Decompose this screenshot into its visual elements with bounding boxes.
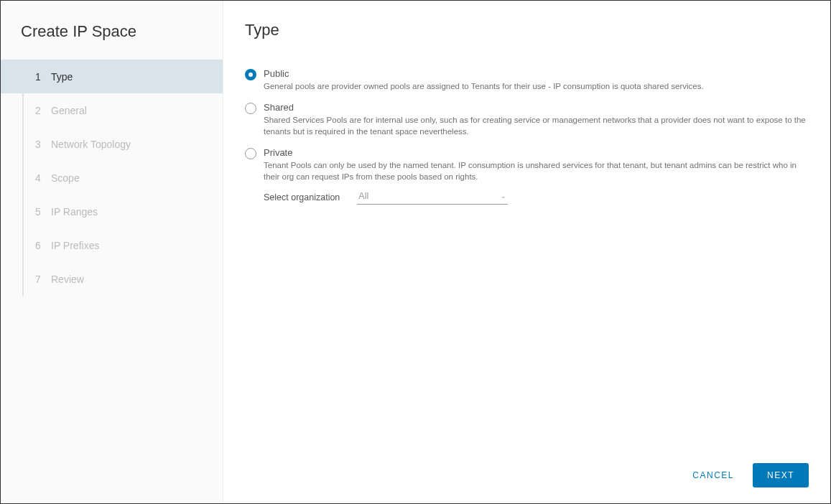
radio-public[interactable] bbox=[245, 69, 256, 80]
next-button[interactable]: NEXT bbox=[753, 463, 809, 487]
step-label: Type bbox=[51, 71, 73, 83]
org-select-label: Select organization bbox=[264, 192, 340, 202]
wizard-modal: Create IP Space 1 Type 2 General 3 Netwo… bbox=[0, 0, 831, 504]
radio-private-label: Private bbox=[264, 147, 292, 158]
step-scope[interactable]: 4 Scope bbox=[1, 161, 223, 195]
step-review[interactable]: 7 Review bbox=[1, 262, 223, 296]
step-label: Scope bbox=[51, 172, 80, 184]
wizard-footer: CANCEL NEXT bbox=[688, 463, 809, 487]
step-label: Network Topology bbox=[51, 139, 131, 150]
step-ip-ranges[interactable]: 5 IP Ranges bbox=[1, 195, 223, 228]
radio-shared-label: Shared bbox=[264, 102, 294, 113]
step-label: General bbox=[51, 105, 87, 116]
step-num: 1 bbox=[35, 71, 51, 83]
step-type[interactable]: 1 Type bbox=[1, 60, 223, 93]
step-num: 7 bbox=[35, 274, 51, 285]
step-label: Review bbox=[51, 274, 84, 285]
step-label: IP Prefixes bbox=[51, 240, 99, 251]
wizard-title: Create IP Space bbox=[1, 15, 223, 60]
step-num: 3 bbox=[35, 139, 51, 150]
chevron-down-icon: ⌄ bbox=[501, 192, 506, 200]
option-public: Public General pools are provider owned … bbox=[245, 68, 809, 92]
step-num: 6 bbox=[35, 240, 51, 251]
radio-private[interactable] bbox=[245, 148, 256, 159]
step-num: 2 bbox=[35, 105, 51, 116]
step-num: 5 bbox=[35, 206, 51, 218]
option-shared: Shared Shared Services Pools are for int… bbox=[245, 102, 809, 137]
step-ip-prefixes[interactable]: 6 IP Prefixes bbox=[1, 228, 223, 262]
radio-shared-desc: Shared Services Pools are for internal u… bbox=[264, 114, 809, 137]
cancel-button[interactable]: CANCEL bbox=[688, 463, 738, 487]
org-select[interactable]: All ⌄ bbox=[357, 190, 508, 205]
wizard-sidebar: Create IP Space 1 Type 2 General 3 Netwo… bbox=[1, 1, 223, 503]
step-general[interactable]: 2 General bbox=[1, 93, 223, 127]
radio-public-label: Public bbox=[264, 68, 289, 79]
org-select-value: All bbox=[358, 191, 368, 201]
radio-private-desc: Tenant Pools can only be used by the nam… bbox=[264, 159, 809, 182]
wizard-steps: 1 Type 2 General 3 Network Topology 4 Sc… bbox=[1, 60, 223, 296]
step-num: 4 bbox=[35, 172, 51, 184]
radio-shared[interactable] bbox=[245, 103, 256, 114]
step-network-topology[interactable]: 3 Network Topology bbox=[1, 127, 223, 161]
step-label: IP Ranges bbox=[51, 206, 98, 218]
page-title: Type bbox=[245, 21, 809, 39]
org-select-row: Select organization All ⌄ bbox=[264, 190, 809, 205]
option-private: Private Tenant Pools can only be used by… bbox=[245, 147, 809, 205]
radio-public-desc: General pools are provider owned pools a… bbox=[264, 80, 809, 92]
type-radio-group: Public General pools are provider owned … bbox=[245, 68, 809, 205]
wizard-main: Type Public General pools are provider o… bbox=[223, 1, 830, 503]
